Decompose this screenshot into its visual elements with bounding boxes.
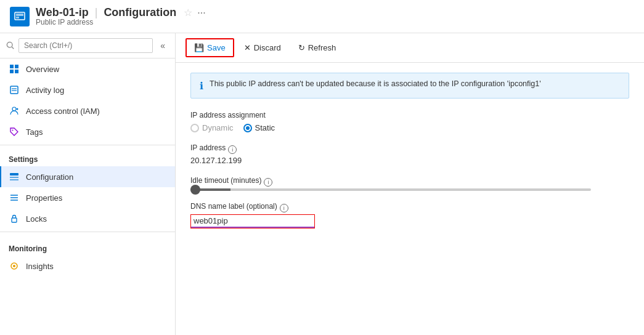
refresh-icon: ↻ (298, 43, 305, 52)
search-input[interactable] (18, 38, 153, 53)
ip-address-info-icon[interactable]: i (228, 145, 237, 154)
search-icon (6, 41, 15, 50)
collapse-button[interactable]: « (157, 39, 169, 52)
more-options[interactable]: ··· (197, 7, 205, 18)
svg-point-13 (17, 108, 18, 110)
locks-icon (9, 213, 20, 224)
svg-rect-15 (10, 173, 18, 176)
resource-type: Public IP address (36, 18, 206, 26)
tags-label: Tags (26, 127, 43, 137)
content-area: 💾 Save ✕ Discard ↻ Refresh ℹ This public… (176, 33, 644, 335)
search-box: « (0, 33, 175, 59)
assignment-radio-group: Dynamic Static (190, 123, 629, 132)
sidebar-item-insights[interactable]: Insights (0, 256, 175, 276)
info-banner: ℹ This public IP address can't be update… (190, 73, 629, 99)
favorite-star[interactable]: ☆ (184, 7, 192, 18)
dynamic-radio-circle (190, 124, 199, 132)
svg-rect-21 (12, 218, 17, 222)
static-radio-option[interactable]: Static (243, 123, 275, 132)
activity-icon (9, 84, 20, 95)
sidebar-item-overview[interactable]: Overview (0, 59, 175, 79)
toolbar: 💾 Save ✕ Discard ↻ Refresh (176, 33, 644, 63)
svg-point-12 (12, 107, 16, 111)
properties-icon (9, 192, 20, 203)
ip-address-group: IP address i 20.127.12.199 (190, 143, 629, 165)
resource-icon (10, 7, 30, 26)
info-banner-text: This public IP address can't be updated … (210, 79, 541, 88)
save-label: Save (207, 43, 226, 52)
svg-rect-1 (16, 14, 23, 16)
svg-rect-5 (10, 65, 14, 68)
activity-log-label: Activity log (26, 86, 64, 95)
insights-label: Insights (26, 262, 54, 271)
dns-label-group: DNS name label (optional) i (190, 202, 629, 228)
config-icon (9, 171, 20, 182)
dns-input[interactable] (191, 215, 314, 228)
static-label: Static (255, 123, 275, 132)
locks-label: Locks (26, 214, 47, 224)
idle-timeout-slider-container (190, 188, 629, 191)
overview-icon (9, 63, 20, 75)
info-banner-icon: ℹ (200, 80, 203, 92)
svg-rect-7 (10, 70, 14, 73)
divider2 (0, 232, 175, 232)
sidebar-item-locks[interactable]: Locks (0, 208, 175, 229)
svg-rect-16 (10, 177, 18, 178)
iam-icon (9, 105, 20, 116)
svg-rect-2 (16, 17, 19, 18)
dns-label: DNS name label (optional) (190, 202, 277, 211)
header-meta: Web-01-ip | Configuration ☆ ··· Public I… (36, 6, 206, 26)
dns-info-icon[interactable]: i (280, 204, 288, 212)
ip-address-value: 20.127.12.199 (190, 156, 629, 165)
refresh-button[interactable]: ↻ Refresh (291, 39, 344, 56)
resource-name: Web-01-ip (36, 6, 89, 19)
static-radio-circle (243, 124, 252, 132)
dynamic-label: Dynamic (202, 123, 234, 132)
discard-label: Discard (254, 43, 281, 52)
svg-line-4 (12, 47, 14, 49)
ip-address-label-row: IP address i (190, 143, 629, 156)
svg-point-3 (7, 42, 12, 47)
dynamic-radio-option[interactable]: Dynamic (190, 123, 234, 132)
idle-timeout-slider[interactable] (190, 188, 591, 191)
assignment-label: IP address assignment (190, 111, 629, 119)
svg-point-14 (12, 130, 14, 131)
iam-label: Access control (IAM) (26, 107, 100, 116)
page-title: Configuration (104, 6, 176, 19)
tags-icon (9, 126, 20, 137)
sidebar-item-activity-log[interactable]: Activity log (0, 79, 175, 100)
dns-input-wrapper (190, 214, 315, 228)
sidebar-item-iam[interactable]: Access control (IAM) (0, 100, 175, 121)
svg-rect-8 (15, 70, 18, 73)
main-layout: « Overview Activity log Access control (… (0, 33, 644, 335)
main-content: ℹ This public IP address can't be update… (176, 63, 644, 335)
properties-label: Properties (26, 193, 62, 203)
ip-assignment-group: IP address assignment Dynamic Static (190, 111, 629, 132)
dns-label-row: DNS name label (optional) i (190, 202, 629, 214)
save-button[interactable]: 💾 Save (185, 38, 234, 57)
sidebar-item-tags[interactable]: Tags (0, 121, 175, 142)
divider (0, 145, 175, 145)
discard-icon: ✕ (244, 43, 251, 52)
svg-point-23 (13, 265, 15, 267)
settings-section-label: Settings (0, 148, 175, 166)
insights-icon (9, 260, 20, 272)
monitoring-section-label: Monitoring (0, 237, 175, 256)
ip-address-label: IP address (190, 143, 226, 152)
discard-button[interactable]: ✕ Discard (237, 39, 288, 56)
svg-rect-17 (10, 179, 18, 180)
sidebar-item-properties[interactable]: Properties (0, 187, 175, 208)
svg-rect-9 (10, 86, 18, 94)
svg-rect-6 (15, 65, 18, 68)
configuration-label: Configuration (26, 172, 73, 182)
sidebar-item-configuration[interactable]: Configuration (0, 166, 175, 187)
save-icon: 💾 (194, 43, 204, 52)
overview-label: Overview (26, 65, 59, 74)
sidebar: « Overview Activity log Access control (… (0, 33, 176, 335)
page-header: Web-01-ip | Configuration ☆ ··· Public I… (0, 0, 644, 33)
idle-timeout-label: Idle timeout (minutes) (190, 176, 261, 185)
idle-timeout-group: Idle timeout (minutes) i (190, 176, 629, 191)
refresh-label: Refresh (308, 43, 336, 52)
